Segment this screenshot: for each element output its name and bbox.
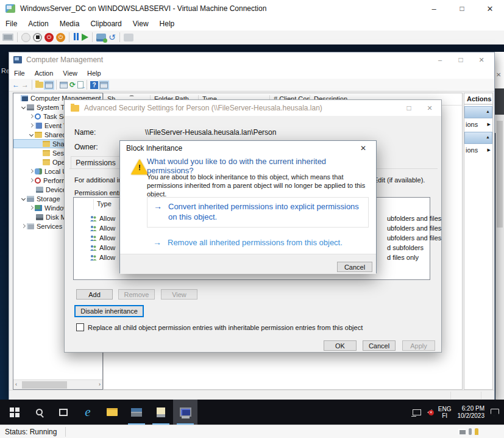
view-button[interactable]: View [161, 289, 197, 300]
checkpoint-icon[interactable] [96, 34, 106, 41]
ok-button[interactable]: OK [324, 340, 357, 351]
cm-status-strip [9, 390, 494, 400]
cm-menu-file[interactable]: File [9, 70, 30, 77]
cancel-button[interactable]: Cancel [363, 340, 396, 351]
server-manager-button[interactable] [124, 400, 149, 425]
action-center-icon[interactable] [491, 409, 499, 416]
close-button[interactable] [476, 0, 504, 17]
storage-icon [27, 196, 34, 202]
scrollbar-thumb[interactable] [22, 381, 67, 389]
actions-section-bar[interactable] [464, 132, 492, 144]
turn-off-icon[interactable] [44, 33, 54, 42]
system-tray: ENG FI 6:20 PM 10/2/2023 [413, 400, 504, 425]
cm-close-button[interactable] [471, 52, 492, 67]
toolbar-separator [17, 32, 18, 42]
computer-management-taskbar-button[interactable] [173, 400, 197, 425]
search-button[interactable] [27, 400, 51, 425]
shut-down-icon[interactable] [56, 33, 65, 42]
tab-permissions[interactable]: Permissions [71, 156, 121, 169]
vm-menu-help[interactable]: Help [154, 20, 180, 28]
block-close-button[interactable] [352, 141, 375, 156]
chevron-right-icon[interactable] [29, 206, 34, 210]
task-scheduler-icon [35, 113, 41, 120]
chevron-right-icon[interactable] [29, 169, 34, 173]
advsec-maximize-button[interactable] [399, 100, 419, 116]
scroll-left-icon[interactable]: ‹ [15, 381, 17, 387]
forward-icon[interactable]: → [21, 81, 29, 88]
sessions-icon [43, 150, 50, 156]
pause-icon[interactable] [73, 33, 79, 42]
chevron-right-icon[interactable] [29, 178, 34, 182]
refresh-icon[interactable]: ⟳ [69, 81, 76, 89]
remove-button[interactable]: Remove [118, 289, 155, 300]
vm-menu-view[interactable]: View [127, 20, 154, 28]
block-titlebar: Block Inheritance [120, 141, 376, 156]
chevron-right-icon[interactable] [21, 224, 26, 228]
owner-label: Owner: [74, 143, 98, 151]
show-action-pane-icon[interactable] [100, 82, 108, 88]
minimize-button[interactable] [420, 0, 448, 17]
cm-minimize-button[interactable] [430, 52, 450, 67]
toolbar-separator [92, 32, 93, 42]
start-button[interactable] [2, 400, 27, 425]
more-actions-item[interactable]: ions [464, 144, 492, 156]
ctrl-alt-del-icon[interactable] [2, 34, 13, 41]
export-list-icon[interactable] [77, 81, 83, 88]
chevron-down-icon[interactable] [21, 105, 26, 109]
cm-titlebar: Computer Management [9, 52, 494, 67]
file-explorer-button[interactable] [100, 400, 124, 425]
play-icon[interactable] [82, 34, 88, 41]
vm-menu-clipboard[interactable]: Clipboard [85, 20, 127, 28]
perm-col-type[interactable]: Type [97, 200, 112, 207]
task-view-button[interactable] [51, 400, 76, 425]
add-button[interactable]: Add [76, 289, 113, 300]
up-folder-icon[interactable] [35, 82, 43, 88]
cm-menu-action[interactable]: Action [30, 70, 59, 77]
language-indicator[interactable]: ENG FI [438, 406, 452, 419]
vm-menu-file[interactable]: File [0, 20, 23, 28]
chevron-down-icon[interactable] [21, 196, 26, 201]
applies-to-fragment: ubfolders and files [387, 215, 441, 222]
chevron-right-icon[interactable] [29, 114, 34, 118]
background-scrollbar[interactable] [495, 115, 504, 406]
maximize-button[interactable] [448, 0, 476, 17]
cm-maximize-button[interactable] [450, 52, 471, 67]
volume-muted-icon[interactable] [427, 409, 432, 415]
disable-inheritance-button[interactable]: Disable inheritance [75, 306, 143, 317]
enhanced-session-icon[interactable] [124, 34, 133, 41]
start-vm-icon[interactable] [21, 33, 30, 42]
advsec-close-button[interactable] [419, 100, 440, 116]
vm-menu-media[interactable]: Media [54, 20, 85, 28]
help-icon[interactable]: ? [90, 81, 98, 89]
remove-permissions-option[interactable]: →Remove all inherited permissions from t… [147, 234, 372, 248]
applies-to-fragment: ubfolders and files [387, 224, 441, 232]
network-icon[interactable] [413, 409, 421, 415]
internet-explorer-button[interactable]: e [76, 400, 100, 425]
mmc-console-button[interactable] [149, 400, 173, 425]
properties-icon[interactable] [60, 82, 68, 88]
vm-menu-action[interactable]: Action [23, 20, 54, 28]
toolbar-separator [69, 32, 69, 42]
background-scrollbar-thumb[interactable] [497, 121, 503, 228]
revert-icon[interactable]: ↺ [108, 33, 116, 41]
back-icon[interactable]: ← [12, 81, 20, 88]
display-icon [458, 429, 466, 434]
stop-vm-icon[interactable] [33, 33, 42, 42]
block-cancel-button[interactable]: Cancel [337, 262, 372, 272]
apply-button[interactable]: Apply [402, 340, 435, 351]
replace-permissions-checkbox[interactable] [76, 323, 84, 331]
chevron-right-icon[interactable] [29, 123, 34, 127]
toolbar-separator [87, 80, 87, 90]
scroll-right-icon[interactable]: › [99, 381, 101, 387]
cm-menu-view[interactable]: View [58, 70, 82, 77]
chevron-down-icon[interactable] [29, 132, 34, 137]
windows-logo-icon [10, 407, 20, 417]
convert-permissions-option[interactable]: →Convert inherited permissions into expl… [147, 197, 369, 228]
cm-menu-help[interactable]: Help [82, 70, 106, 77]
statusbar-divider [65, 427, 66, 437]
clock[interactable]: 6:20 PM 10/2/2023 [458, 405, 485, 420]
actions-section-bar[interactable] [464, 106, 492, 118]
show-console-tree-icon[interactable] [45, 82, 53, 88]
more-actions-item[interactable]: ions [464, 118, 492, 131]
tree-horizontal-scrollbar[interactable]: ‹ › [13, 379, 102, 389]
